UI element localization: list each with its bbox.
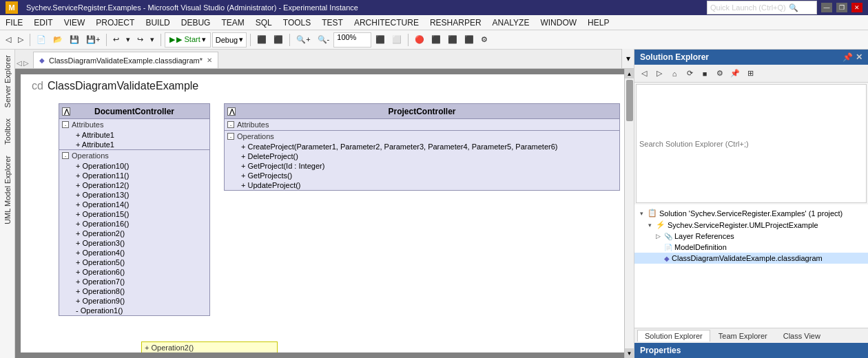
- solution-search-box[interactable]: [636, 84, 867, 203]
- tab-scroll-left-btn[interactable]: ◁: [17, 59, 22, 67]
- sidebar-tab-server-explorer[interactable]: Server Explorer: [1, 50, 14, 113]
- toolbar-btn-7[interactable]: ⬛: [373, 32, 388, 48]
- toolbar-btn-13[interactable]: ⚙: [478, 32, 490, 48]
- sol-back-btn[interactable]: ◁: [637, 67, 651, 81]
- proj-operations-header[interactable]: - Operations: [225, 131, 619, 142]
- tooltip-input-line[interactable]: + Operation2(): [145, 344, 274, 352]
- tree-model-definition[interactable]: ▷ 📄 ModelDefinition: [634, 242, 868, 253]
- tab-close-button[interactable]: ✕: [207, 56, 212, 64]
- proj-attr-minus[interactable]: -: [227, 121, 234, 128]
- proj-collapse-btn[interactable]: ⋀: [227, 107, 236, 116]
- tab-bar: ◁ ▷ ◆ ClassDiagramValidateExample.classd…: [15, 50, 634, 69]
- toolbar-btn-8[interactable]: ⬜: [389, 32, 404, 48]
- tree-project-arrow[interactable]: ▾: [645, 222, 654, 229]
- tab-class-view[interactable]: Class View: [776, 330, 828, 342]
- sol-close-btn[interactable]: ✕: [856, 52, 862, 62]
- menu-build[interactable]: BUILD: [140, 15, 175, 30]
- diagram-canvas: cd ClassDiagramValidateExample ⋀ Documen…: [21, 74, 628, 352]
- tree-solution[interactable]: ▾ 📋 Solution 'Sychev.ServiceRegister.Exa…: [634, 207, 868, 219]
- tree-layer-ref-arrow[interactable]: ▷: [654, 233, 662, 240]
- menu-file[interactable]: FILE: [0, 15, 28, 30]
- scroll-up-btn[interactable]: ▲: [625, 69, 634, 78]
- minimize-button[interactable]: —: [821, 3, 832, 12]
- tree-layer-references[interactable]: ▷ 📎 Layer References: [634, 231, 868, 242]
- debug-dropdown-icon: ▾: [239, 35, 243, 44]
- tab-solution-explorer[interactable]: Solution Explorer: [637, 330, 710, 341]
- tab-dropdown-button[interactable]: ▾: [621, 49, 634, 68]
- doc-attributes-header[interactable]: - Attributes: [59, 119, 209, 130]
- tab-scroll-right-btn[interactable]: ▷: [23, 59, 29, 67]
- proj-attributes-header[interactable]: - Attributes: [225, 119, 619, 130]
- toolbar-undo-button[interactable]: ↩: [110, 32, 122, 48]
- start-button[interactable]: ▶ ▶ Start ▾: [165, 32, 210, 48]
- toolbar-btn-5[interactable]: ⬛: [254, 32, 269, 48]
- menu-resharper[interactable]: RESHARPER: [424, 15, 487, 30]
- menu-tools[interactable]: TOOLS: [278, 15, 316, 30]
- model-def-icon: 📄: [664, 244, 672, 251]
- menu-view[interactable]: VIEW: [59, 15, 91, 30]
- diagram-scrollbar[interactable]: ▲ ▼: [624, 69, 634, 358]
- breadcrumb-name[interactable]: ClassDiagramValidateExample: [48, 80, 198, 92]
- toolbar-btn-11[interactable]: ⬛: [445, 32, 460, 48]
- zoom-select[interactable]: 100%: [333, 32, 371, 48]
- scroll-thumb[interactable]: [626, 80, 633, 121]
- toolbar-save-button[interactable]: 💾: [67, 32, 82, 48]
- document-tab[interactable]: ◆ ClassDiagramValidateExample.classdiagr…: [33, 52, 218, 68]
- menu-project[interactable]: PROJECT: [90, 15, 140, 30]
- tree-solution-arrow[interactable]: ▾: [637, 210, 645, 217]
- restore-button[interactable]: ❐: [836, 3, 847, 12]
- doc-ops-minus[interactable]: -: [62, 152, 69, 159]
- doc-collapse-btn[interactable]: ⋀: [62, 107, 70, 116]
- scroll-down-btn[interactable]: ▼: [625, 348, 634, 358]
- toolbar-new-button[interactable]: 📄: [34, 32, 49, 48]
- proj-ops-minus[interactable]: -: [227, 133, 234, 140]
- toolbar-btn-9[interactable]: 🔴: [412, 32, 427, 48]
- menu-edit[interactable]: EDIT: [28, 15, 58, 30]
- tree-classdiagram[interactable]: ▷ ◆ ClassDiagramValidateExample.classdia…: [634, 253, 868, 264]
- sol-home-btn[interactable]: ⌂: [668, 67, 681, 81]
- menu-window[interactable]: WINDOW: [535, 15, 582, 30]
- menu-analyze[interactable]: ANALYZE: [487, 15, 535, 30]
- zoom-out-button[interactable]: 🔍-: [315, 32, 333, 48]
- sol-settings-btn[interactable]: ⚙: [713, 67, 727, 81]
- toolbar-btn-10[interactable]: ⬛: [428, 32, 444, 48]
- toolbar-save-all-button[interactable]: 💾+: [83, 32, 103, 48]
- toolbar-btn-6[interactable]: ⬛: [271, 32, 286, 48]
- diagram-area[interactable]: cd ClassDiagramValidateExample ⋀ Documen…: [15, 69, 634, 358]
- close-button[interactable]: ✕: [851, 3, 862, 12]
- toolbar-open-button[interactable]: 📂: [50, 32, 65, 48]
- menu-architecture[interactable]: ARCHITECTURE: [349, 15, 424, 30]
- sol-pin2-btn[interactable]: 📌: [728, 67, 742, 81]
- sol-pin-btn[interactable]: 📌: [843, 52, 853, 62]
- toolbar-btn-12[interactable]: ⬛: [462, 32, 477, 48]
- tab-team-explorer[interactable]: Team Explorer: [711, 330, 775, 342]
- toolbar-redo-button[interactable]: ↪: [134, 32, 146, 48]
- doc-operations-header[interactable]: - Operations: [59, 150, 209, 161]
- quick-launch-bar[interactable]: Quick Launch (Ctrl+Q) 🔍: [707, 1, 817, 14]
- zoom-label: 100%: [337, 33, 356, 41]
- sol-refresh-btn[interactable]: ⟳: [683, 67, 696, 81]
- toolbar-redo-dropdown[interactable]: ▾: [147, 32, 157, 48]
- menu-sql[interactable]: SQL: [250, 15, 278, 30]
- menu-test[interactable]: TEST: [316, 15, 349, 30]
- sidebar-tab-uml-explorer[interactable]: UML Model Explorer: [1, 150, 14, 230]
- tooltip-box[interactable]: + Operation2() To add a new operation, p…: [141, 341, 278, 352]
- menu-help[interactable]: HELP: [582, 15, 614, 30]
- toolbar-forward-button[interactable]: ▷: [15, 32, 26, 48]
- menu-bar: FILE EDIT VIEW PROJECT BUILD DEBUG TEAM …: [0, 15, 868, 30]
- toolbar-back-button[interactable]: ◁: [3, 32, 14, 48]
- sol-view-btn[interactable]: ⊞: [743, 67, 757, 81]
- zoom-in-button[interactable]: 🔍+: [293, 32, 313, 48]
- tree-project[interactable]: ▾ ⚡ Sychev.ServiceRegister.UMLProjectExa…: [634, 219, 868, 231]
- sol-stop-btn[interactable]: ■: [698, 67, 712, 81]
- toolbar-undo-dropdown[interactable]: ▾: [123, 32, 133, 48]
- solution-search-input[interactable]: [639, 140, 863, 148]
- sidebar-tab-toolbox[interactable]: Toolbox: [1, 113, 14, 150]
- proj-operations-section: - Operations + CreateProject(Parameter1,…: [225, 131, 619, 190]
- doc-attr-minus[interactable]: -: [62, 121, 69, 128]
- sol-forward-btn[interactable]: ▷: [652, 67, 666, 81]
- quick-launch-text: Quick Launch (Ctrl+Q): [710, 3, 786, 12]
- menu-debug[interactable]: DEBUG: [176, 15, 216, 30]
- debug-config-dropdown[interactable]: Debug ▾: [212, 32, 247, 48]
- menu-team[interactable]: TEAM: [216, 15, 249, 30]
